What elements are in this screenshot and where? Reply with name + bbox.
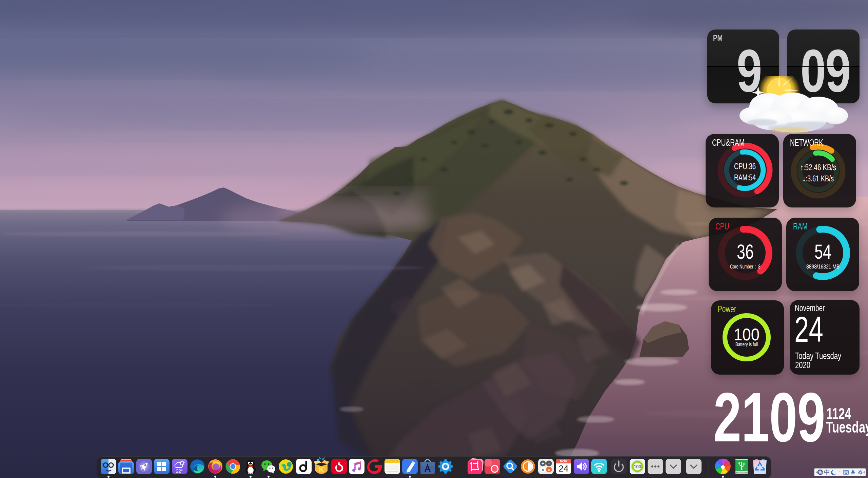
svg-text:-: - <box>548 461 550 466</box>
svg-text:Core Number： 8: Core Number： 8 <box>730 263 761 270</box>
svg-text:’: ’ <box>839 470 841 475</box>
svg-text:×: × <box>541 467 544 472</box>
svg-text:RAM:54: RAM:54 <box>734 173 756 182</box>
svg-text:8898/16321 MB: 8898/16321 MB <box>806 263 840 270</box>
svg-text:拴: 拴 <box>818 470 823 475</box>
svg-text:Battery is full: Battery is full <box>735 342 758 347</box>
svg-text:100: 100 <box>734 325 760 344</box>
svg-text:CPU:36: CPU:36 <box>734 162 756 171</box>
svg-text:22°: 22° <box>176 469 183 474</box>
svg-text:K: K <box>319 466 324 474</box>
svg-text:+: + <box>541 461 544 466</box>
svg-text:=: = <box>548 467 550 472</box>
svg-text:中: 中 <box>824 469 830 476</box>
svg-text:↑:52.46 KB/s: ↑:52.46 KB/s <box>800 163 836 172</box>
svg-text:24: 24 <box>559 463 569 474</box>
svg-text:NOV: NOV <box>560 460 567 463</box>
svg-text:100: 100 <box>634 464 641 469</box>
svg-text:↓:3.61 KB/s: ↓:3.61 KB/s <box>803 174 834 183</box>
svg-text:54: 54 <box>814 240 831 263</box>
svg-text:36: 36 <box>737 240 754 263</box>
